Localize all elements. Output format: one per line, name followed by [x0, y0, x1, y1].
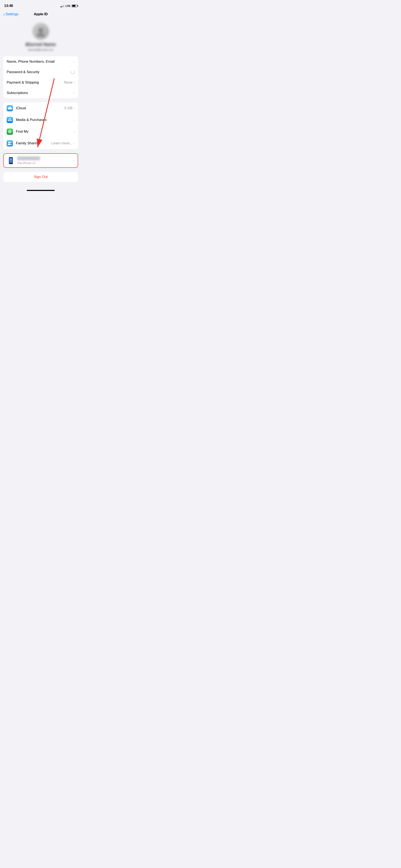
- device-group: This iPhone 13 ›: [3, 153, 78, 168]
- svg-point-5: [10, 142, 11, 143]
- icloud-icon: [7, 105, 13, 111]
- chevron-icon: ›: [74, 91, 75, 95]
- icloud-row[interactable]: iCloud 5 GB ›: [3, 102, 78, 114]
- iphone-icon: [7, 157, 14, 164]
- signal-bar-2: [61, 6, 62, 7]
- svg-point-3: [9, 131, 10, 132]
- device-name-blurred: [17, 156, 40, 160]
- profile-section: Blurred Name blurred@email.com: [0, 19, 82, 56]
- battery-fill: [72, 5, 75, 7]
- payment-shipping-label: Payment & Shipping: [7, 81, 64, 85]
- family-sharing-value: Learn more...: [51, 141, 72, 146]
- chevron-icon: ›: [74, 60, 75, 63]
- signal-bar-1: [60, 6, 61, 7]
- chevron-icon: ›: [73, 159, 74, 162]
- status-icons: LTE: [60, 4, 77, 7]
- iphone-svg: [8, 157, 14, 164]
- loading-spinner-icon: [70, 70, 75, 74]
- chevron-icon: ›: [74, 118, 75, 122]
- settings-group-services: iCloud 5 GB › Media & Purchases › Find M…: [3, 102, 78, 149]
- sign-out-row[interactable]: Sign Out: [3, 172, 78, 182]
- payment-shipping-row[interactable]: Payment & Shipping None ›: [3, 77, 78, 88]
- svg-point-11: [11, 163, 11, 164]
- find-my-row[interactable]: Find My ›: [3, 126, 78, 137]
- find-my-icon: [7, 128, 13, 135]
- media-purchases-row[interactable]: Media & Purchases ›: [3, 114, 78, 126]
- status-time: 13:48: [4, 4, 13, 8]
- name-phone-email-label: Name, Phone Numbers, Email: [7, 60, 74, 64]
- device-info: This iPhone 13: [17, 156, 73, 165]
- family-sharing-label: Family Sharing: [16, 141, 51, 146]
- family-sharing-row[interactable]: Family Sharing Learn more... ›: [3, 137, 78, 149]
- subscriptions-label: Subscriptions: [7, 91, 74, 95]
- svg-rect-8: [10, 158, 12, 160]
- sign-out-label: Sign Out: [34, 175, 48, 179]
- find-my-svg: [8, 129, 12, 134]
- payment-value: None: [64, 81, 73, 85]
- nav-title: Apple ID: [34, 12, 48, 16]
- home-bar: [27, 190, 55, 191]
- cloud-svg: [7, 106, 12, 110]
- back-button[interactable]: ‹ Settings: [3, 12, 19, 16]
- subscriptions-row[interactable]: Subscriptions ›: [3, 88, 78, 98]
- media-purchases-label: Media & Purchases: [16, 118, 74, 122]
- nav-bar: ‹ Settings Apple ID: [0, 10, 82, 19]
- profile-name: Blurred Name: [26, 42, 56, 47]
- sign-out-group: Sign Out: [3, 172, 78, 182]
- chevron-icon: ›: [74, 130, 75, 133]
- name-phone-email-row[interactable]: Name, Phone Numbers, Email ›: [3, 56, 78, 67]
- lte-label: LTE: [65, 4, 70, 7]
- chevron-icon: ›: [74, 81, 75, 84]
- icloud-label: iCloud: [16, 106, 65, 110]
- device-subtitle: This iPhone 13: [17, 161, 73, 165]
- signal-bar-4: [63, 5, 64, 7]
- avatar: [32, 23, 49, 40]
- device-row[interactable]: This iPhone 13 ›: [4, 154, 78, 167]
- svg-point-0: [38, 28, 43, 33]
- app-store-svg: [8, 118, 12, 122]
- back-chevron-icon: ‹: [3, 12, 5, 16]
- profile-email: blurred@email.com: [28, 48, 54, 52]
- svg-point-4: [8, 142, 10, 143]
- avatar-icon: [35, 26, 46, 36]
- home-indicator: [0, 188, 82, 195]
- back-label: Settings: [6, 12, 19, 16]
- svg-rect-10: [10, 161, 11, 162]
- find-my-label: Find My: [16, 129, 74, 134]
- svg-rect-9: [10, 160, 12, 161]
- battery-icon: [72, 5, 77, 7]
- media-purchases-icon: [7, 117, 13, 123]
- password-security-row[interactable]: Password & Security: [3, 67, 78, 77]
- signal-bar-3: [62, 5, 63, 7]
- chevron-icon: ›: [74, 142, 75, 145]
- password-security-label: Password & Security: [7, 70, 70, 74]
- family-svg: [7, 142, 12, 145]
- signal-bars-icon: [60, 4, 64, 7]
- settings-group-account: Name, Phone Numbers, Email › Password & …: [3, 56, 78, 98]
- family-sharing-icon: [7, 140, 13, 147]
- svg-point-1: [37, 33, 44, 36]
- icloud-value: 5 GB: [65, 106, 73, 110]
- chevron-icon: ›: [74, 106, 75, 110]
- status-bar: 13:48 LTE: [0, 0, 82, 10]
